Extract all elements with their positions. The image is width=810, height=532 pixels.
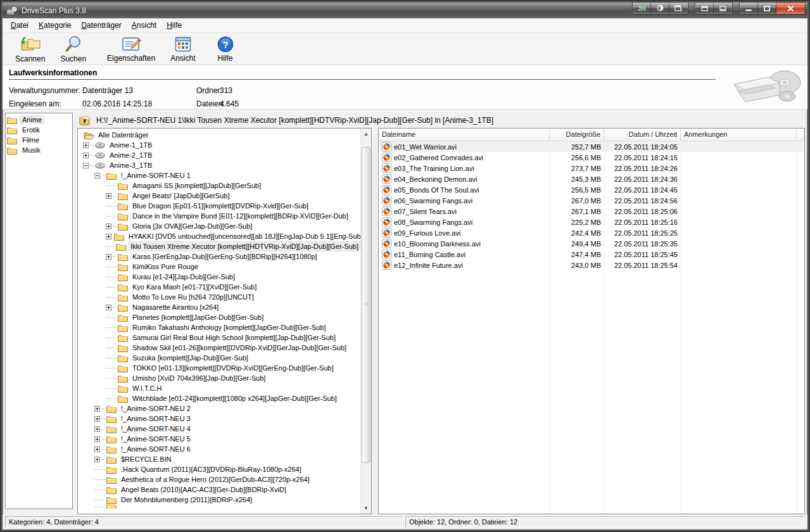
tree-item[interactable]: !_Anime-SORT-NEU 5 [78,434,360,444]
folder-up-icon[interactable] [77,115,91,126]
file-row[interactable]: e07_Silent Tears.avi 267,1 MB 22.05.2011… [379,206,804,217]
expand-plus-icon[interactable] [106,234,111,239]
tree-item[interactable]: Karas [GerEngJap-Dub][GerEng-Sub][BDRip]… [78,251,360,262]
expand-plus-icon[interactable] [106,224,111,229]
menu-hilfe[interactable]: Hilfe [161,19,187,32]
tree-item[interactable]: Anime-1_1TB [78,140,360,150]
tree-item[interactable]: !_Anime-SORT-NEU 2 [78,403,360,414]
tree-item[interactable]: Anime-3_1TB [78,160,360,170]
tree-item[interactable]: Shadow Skil [e01-26][komplett][DVDRip-Xv… [78,343,360,353]
file-list[interactable]: Dateiname Dateigröße Datum / Uhrzeit Anm… [378,128,805,514]
menu-datei[interactable]: Datei [6,19,34,32]
expand-plus-icon[interactable] [83,153,89,158]
tree-item[interactable]: KimiKiss Pure Rouge [78,262,360,272]
toolbar-hilfe-button[interactable]: ? Hilfe [209,34,242,64]
maximize-button[interactable] [758,3,776,14]
tree-item[interactable] [78,505,360,509]
category-item-filme[interactable]: Filme [6,135,72,145]
expand-plus-icon[interactable] [83,142,89,148]
tree-item[interactable]: Alle Datenträger [78,130,360,140]
column-header-dateiname[interactable]: Dateiname [379,129,550,141]
scrollbar-thumb[interactable] [362,147,370,463]
expand-plus-icon[interactable] [94,426,100,432]
menu-kategorie[interactable]: Kategorie [34,19,76,32]
expand-minus-icon[interactable] [83,163,89,168]
expand-plus-icon[interactable] [94,406,100,412]
tree-item[interactable]: Suzuka [komplett][Jap-Dub][Ger-Sub] [78,353,360,363]
close-button[interactable] [776,3,805,14]
tree-item[interactable]: Dance in the Vampire Bund [E01-12][kompl… [78,211,360,221]
tree-item[interactable]: Der Mohnblumenberg (2011)[BDRiP-x264] [78,495,360,505]
folder-tree[interactable]: Alle Datenträger Anime-1_1TB Anime-2_1TB… [77,128,372,514]
file-row[interactable]: e08_Swarming Fangs.avi 225,2 MB 22.05.20… [379,217,804,227]
tree-item[interactable]: Ikki Tousen Xtreme Xecutor [komplett][HD… [78,241,360,251]
tree-item[interactable]: Witchblade [e01-24][komplett][1080p x264… [78,393,360,403]
file-row[interactable]: e02_Gathered Comrades.avi 256,6 MB 22.05… [379,152,804,163]
tree-item[interactable]: $RECYCLE.BIN [78,454,360,464]
tree-scrollbar[interactable]: ▲ ▼ [360,129,371,514]
tree-item[interactable]: Gloria [3x OVA][GerJap-Dub][Ger-Sub] [78,221,360,231]
tree-item[interactable]: !_Anime-SORT-NEU 1 [78,170,360,180]
column-header-dateigroesse[interactable]: Dateigröße [550,129,604,141]
dock-bottom-button[interactable] [714,3,732,14]
file-row[interactable]: e12_Infinite Future.avi 243,0 MB 22.05.2… [379,260,804,270]
file-row[interactable]: e01_Wet Warrior.avi 252,7 MB 22.05.2011 … [379,141,804,152]
tree-item[interactable]: Amagami SS [komplett][JapDub][GerSub] [78,180,360,191]
tree-item[interactable]: Angel Beats (2010)[AAC-AC3][Ger-Dub][BDR… [78,484,360,495]
file-row[interactable]: e04_Beckoning Demon.avi 245,3 MB 22.05.2… [379,174,804,184]
tree-item[interactable]: HYAKKI [DVD5 untouched][uncensored][ab 1… [78,231,360,241]
expand-plus-icon[interactable] [94,446,100,452]
tree-item[interactable]: Blue Dragon [Ep01-51][komplett][DVDRip-X… [78,201,360,211]
category-item-erotik[interactable]: Erotik [6,125,72,135]
expand-plus-icon[interactable] [106,305,111,310]
file-row[interactable]: e03_The Training Lion.avi 273,7 MB 22.05… [379,163,804,174]
toolbar-ansicht-button[interactable]: Ansicht [163,34,203,64]
rollup-button[interactable] [695,3,714,14]
menu-datenträger[interactable]: Datenträger [76,19,126,32]
tree-item[interactable]: .Hack Quantum (2011)[AC3][DVDRip-BluRay-… [78,464,360,474]
column-header-datum[interactable]: Datum / Uhrzeit [604,129,681,141]
category-list[interactable]: Anime Erotik Filme Musik [5,113,73,509]
tree-item[interactable]: !_Anime-SORT-NEU 6 [78,444,360,454]
tree-item[interactable]: Umisho [XviD 704x396][Jap-Dub][Ger-Sub] [78,373,360,383]
expand-plus-icon[interactable] [94,416,100,422]
column-header-anmerkungen[interactable]: Anmerkungen [681,129,797,141]
file-row[interactable]: e11_Burning Castle.avi 247,4 MB 22.05.20… [379,249,804,260]
menu-ansicht[interactable]: Ansicht [127,19,161,32]
file-row[interactable]: e06_Swarming Fangs.avi 267,0 MB 22.05.20… [379,195,804,206]
file-row[interactable]: e05_Bonds Of The Soul.avi 256,5 MB 22.05… [379,184,804,195]
tree-item[interactable]: Kurau [e1-24][Jap-Dub][Ger-Sub] [78,272,360,282]
tree-item[interactable]: Aesthetica of a Rogue Hero (2012)[GerDub… [78,474,360,484]
tree-item[interactable]: Angel Beats! [JapDub][GerSub] [78,191,360,201]
expand-plus-icon[interactable] [106,254,111,260]
tree-item[interactable]: Rumiko Takahashi Anthology [komplett][Ja… [78,322,360,332]
minimize-button[interactable] [740,3,758,14]
window-priority-button[interactable]: 1 [669,3,688,14]
send-to-tray-button[interactable] [633,3,651,14]
expand-plus-icon[interactable] [94,457,100,462]
tree-item[interactable]: Planetes [komplett][JapGer-Dub][Ger-Sub] [78,312,360,322]
expand-minus-icon[interactable] [94,173,100,179]
tree-item[interactable]: Samurai Girl Real Bout High School [komp… [78,332,360,343]
file-row[interactable]: e10_Blooming Darkness.avi 249,4 MB 22.05… [379,238,804,249]
tree-item[interactable]: TOKKO [e01-13][komplett][DVDRip-XviD][Ge… [78,363,360,373]
expand-plus-icon[interactable] [106,193,111,199]
category-item-musik[interactable]: Musik [6,145,72,155]
file-size-cell: 247,4 MB [550,251,604,258]
tree-item[interactable]: !_Anime-SORT-NEU 4 [78,424,360,434]
tree-item[interactable]: Motto To Love Ru [h264 720p][UNCUT] [78,292,360,302]
transparency-button[interactable] [651,3,669,14]
tree-item[interactable]: Nagasarette Airantou [x264] [78,302,360,312]
toolbar-scannen-button[interactable]: Scannen [8,34,53,64]
toolbar-suchen-button[interactable]: Suchen [53,34,94,64]
tree-item[interactable]: !_Anime-SORT-NEU 3 [78,414,360,424]
tree-item[interactable]: Anime-2_1TB [78,150,360,160]
tree-item[interactable]: W.I.T.C.H [78,383,360,393]
scroll-down-button[interactable]: ▼ [361,503,371,514]
category-item-anime[interactable]: Anime [6,115,72,125]
tree-item[interactable]: Kyo Kara Maoh [e01-71][XviD][Ger-Sub] [78,282,360,292]
expand-plus-icon[interactable] [94,436,100,442]
file-row[interactable]: e09_Furious Love.avi 242,4 MB 22.05.2011… [379,227,804,238]
toolbar-eigenschaften-button[interactable]: Eigenschaften [99,34,163,64]
scroll-up-button[interactable]: ▲ [361,129,371,139]
